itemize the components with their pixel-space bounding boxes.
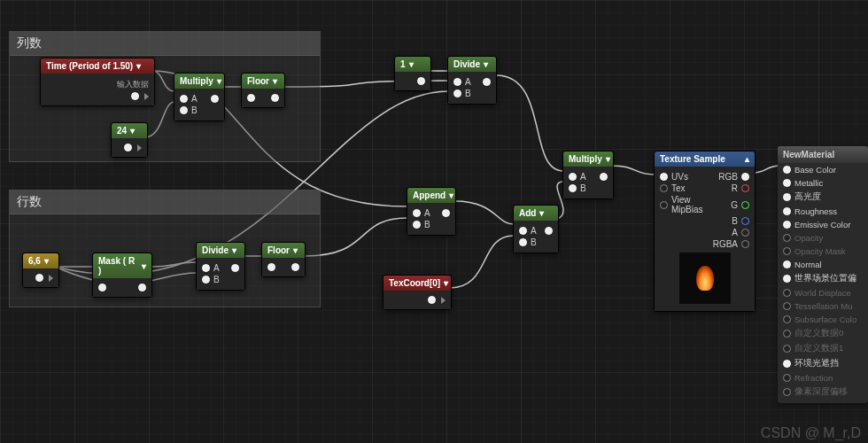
input-pin[interactable] bbox=[247, 94, 255, 102]
chevron-down-icon: ▾ bbox=[444, 278, 448, 288]
input-pin[interactable] bbox=[783, 166, 791, 174]
output-pin[interactable] bbox=[138, 284, 146, 291]
node-texcoord[interactable]: TexCoord[0]▾ bbox=[383, 275, 452, 310]
output-pin-rgba[interactable] bbox=[741, 240, 749, 248]
node-append[interactable]: Append▾ A B bbox=[407, 187, 456, 236]
chevron-down-icon: ▾ bbox=[606, 154, 610, 164]
node-const-24[interactable]: 24▾ bbox=[111, 122, 148, 158]
node-multiply-2[interactable]: Multiply▾ A B bbox=[562, 151, 614, 199]
output-pin[interactable] bbox=[428, 296, 436, 304]
input-pin[interactable] bbox=[783, 374, 791, 382]
group-rows-title: 行数 bbox=[10, 190, 320, 214]
input-pin-b[interactable] bbox=[519, 238, 527, 246]
const-66-label: 6,6 bbox=[28, 256, 41, 266]
input-pin[interactable] bbox=[783, 221, 791, 229]
node-divide-1[interactable]: Divide▾ A B bbox=[196, 242, 245, 291]
material-pin[interactable]: Normal bbox=[778, 258, 868, 271]
output-pin[interactable] bbox=[131, 92, 139, 100]
output-pin-a[interactable] bbox=[741, 229, 749, 237]
input-pin-a[interactable] bbox=[202, 264, 210, 272]
material-pin-label: Subsurface Colo bbox=[794, 315, 856, 324]
material-pin-label: World Displace bbox=[794, 288, 851, 298]
input-pin[interactable] bbox=[783, 289, 791, 297]
material-pin[interactable]: Opacity Mask bbox=[778, 245, 868, 258]
material-pin[interactable]: 自定义数据1 bbox=[778, 341, 868, 356]
node-add[interactable]: Add▾ A B bbox=[513, 205, 559, 253]
material-pin-label: 高光度 bbox=[794, 191, 821, 203]
output-pin-g[interactable] bbox=[741, 201, 749, 209]
node-const-66[interactable]: 6,6▾ bbox=[22, 253, 59, 288]
node-multiply2-title: Multiply bbox=[569, 154, 602, 164]
chevron-up-icon: ▴ bbox=[745, 154, 749, 164]
input-pin-b[interactable] bbox=[413, 221, 421, 229]
output-pin[interactable] bbox=[442, 209, 450, 217]
output-pin[interactable] bbox=[600, 173, 608, 181]
input-pin[interactable] bbox=[783, 179, 791, 187]
input-pin-a[interactable] bbox=[519, 227, 527, 235]
input-pin[interactable] bbox=[783, 275, 791, 283]
output-pin-rgb[interactable] bbox=[741, 173, 749, 181]
material-pin[interactable]: Subsurface Colo bbox=[778, 313, 868, 326]
material-pin[interactable]: Opacity bbox=[778, 231, 868, 245]
input-pin-b[interactable] bbox=[569, 184, 577, 192]
input-pin-a[interactable] bbox=[569, 173, 577, 181]
input-pin-mip[interactable] bbox=[660, 201, 668, 209]
input-pin[interactable] bbox=[783, 360, 791, 368]
node-time[interactable]: Time (Period of 1.50)▾ 输入数据 bbox=[40, 58, 155, 106]
output-pin[interactable] bbox=[291, 263, 299, 271]
input-pin[interactable] bbox=[98, 284, 106, 291]
input-pin-a[interactable] bbox=[180, 95, 188, 103]
material-pin[interactable]: World Displace bbox=[778, 286, 868, 299]
input-pin[interactable] bbox=[783, 260, 791, 268]
output-pin[interactable] bbox=[211, 95, 219, 103]
input-pin[interactable] bbox=[783, 388, 791, 396]
node-multiply-1[interactable]: Multiply▾ A B bbox=[174, 73, 225, 121]
material-pin[interactable]: Base Color bbox=[778, 163, 868, 176]
input-pin-uvs[interactable] bbox=[660, 173, 668, 181]
node-mask-r[interactable]: Mask ( R )▾ bbox=[92, 253, 152, 298]
output-pin[interactable] bbox=[35, 274, 43, 282]
input-pin-a[interactable] bbox=[453, 78, 461, 86]
input-pin-a[interactable] bbox=[413, 209, 421, 217]
output-pin-r[interactable] bbox=[741, 184, 749, 192]
node-divide-2[interactable]: Divide▾ A B bbox=[447, 56, 497, 105]
output-pin[interactable] bbox=[483, 78, 491, 86]
material-pin[interactable]: 自定义数据0 bbox=[778, 326, 868, 341]
input-pin[interactable] bbox=[783, 234, 791, 242]
node-material-result[interactable]: NewMaterial Base ColorMetallic高光度Roughne… bbox=[778, 146, 868, 403]
input-pin[interactable] bbox=[783, 315, 791, 323]
input-pin[interactable] bbox=[783, 193, 791, 201]
input-pin[interactable] bbox=[267, 263, 275, 271]
output-pin[interactable] bbox=[231, 264, 239, 272]
output-pin[interactable] bbox=[124, 144, 132, 152]
material-pin[interactable]: Metallic bbox=[778, 176, 868, 190]
node-floor-2[interactable]: Floor▾ bbox=[261, 242, 306, 277]
material-pin[interactable]: Roughness bbox=[778, 205, 868, 218]
material-pin[interactable]: 像素深度偏移 bbox=[778, 385, 868, 400]
input-pin[interactable] bbox=[783, 207, 791, 215]
output-pin-b[interactable] bbox=[741, 217, 749, 225]
material-pin[interactable]: Refraction bbox=[778, 371, 868, 385]
input-pin[interactable] bbox=[783, 247, 791, 255]
input-pin[interactable] bbox=[783, 345, 791, 353]
material-pin[interactable]: 环境光遮挡 bbox=[778, 356, 868, 371]
node-const-1[interactable]: 1▾ bbox=[394, 56, 431, 91]
node-floor-1[interactable]: Floor▾ bbox=[241, 73, 285, 108]
output-pin[interactable] bbox=[545, 227, 553, 235]
input-pin-b[interactable] bbox=[453, 89, 461, 97]
node-texture-sample[interactable]: Texture Sample▴ UVsRGB TexR View MipBias… bbox=[654, 151, 756, 312]
input-pin-b[interactable] bbox=[202, 276, 210, 284]
material-pin[interactable]: Emissive Color bbox=[778, 218, 868, 231]
material-pin[interactable]: 世界场景位置偏 bbox=[778, 271, 868, 286]
chevron-down-icon: ▾ bbox=[217, 76, 221, 86]
input-pin[interactable] bbox=[783, 330, 791, 338]
material-pin[interactable]: Tessellation Mu bbox=[778, 299, 868, 313]
output-pin[interactable] bbox=[271, 94, 279, 102]
input-pin-tex[interactable] bbox=[660, 184, 668, 192]
input-pin-b[interactable] bbox=[180, 106, 188, 114]
output-pin[interactable] bbox=[417, 77, 425, 85]
node-divide2-title: Divide bbox=[453, 59, 480, 69]
material-pin[interactable]: 高光度 bbox=[778, 190, 868, 205]
material-pin-label: Normal bbox=[794, 260, 822, 269]
input-pin[interactable] bbox=[783, 302, 791, 310]
